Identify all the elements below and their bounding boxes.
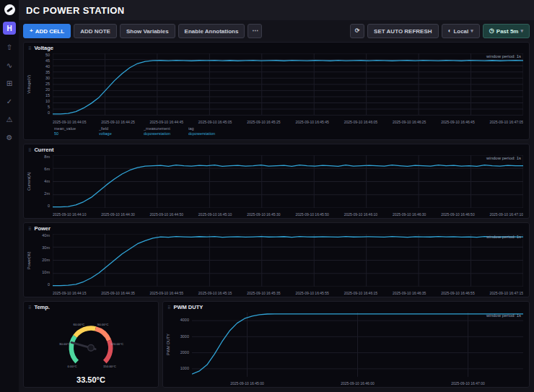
x-axis-ticks: 2025-09-10 16:44:152025-09-10 16:44:3520… [53, 287, 523, 295]
load-data-icon[interactable]: ⇧ [3, 41, 16, 53]
window-period-label: window period: 1s [486, 54, 521, 58]
left-nav-sidebar: H ⇧ ∿ ⊞ ✓ ⚠ ⚙ [0, 0, 19, 392]
alerts-icon[interactable]: ⚠ [3, 113, 16, 125]
svg-text:90.00°C: 90.00°C [97, 322, 109, 326]
y-tick-label: 35 [45, 71, 50, 75]
x-tick-label: 2025-09-10 16:45:55 [295, 291, 328, 295]
show-variables-label: Show Variables [126, 28, 169, 35]
window-period-label: window period: 1s [486, 156, 521, 160]
x-tick-label: 2025-09-10 16:45:00 [230, 381, 263, 386]
y-axis-label: Power(W) [25, 234, 32, 287]
cell-handle-icon[interactable]: ⠿ [28, 45, 31, 51]
enable-annotations-toggle[interactable]: Enable Annotations [178, 24, 245, 38]
y-tick-label: 50 [45, 53, 50, 58]
gauge-value: 33.50°C [76, 375, 105, 384]
line-chart-svg [192, 313, 523, 377]
x-tick-label: 2025-09-10 16:46:45 [441, 120, 474, 124]
timezone-dropdown[interactable]: ◐ Local ▾ [442, 24, 480, 38]
cell-header: ⠿ Power [24, 223, 529, 232]
x-tick-label: 2025-09-10 16:47:05 [490, 120, 523, 124]
refresh-icon: ⟳ [355, 28, 360, 34]
window-period-label: window period: 1s [486, 235, 521, 239]
x-tick-label: 2025-09-10 16:44:50 [150, 212, 183, 217]
legend-series-row: 50voltagedcpowerstationdcpowerstation [54, 131, 525, 137]
chart-plot-area[interactable]: window period: 1s [53, 53, 523, 116]
main-area: DC POWER STATION + ADD CELL ADD NOTE Sho… [19, 0, 534, 392]
y-tick-label: 2m [44, 192, 50, 196]
line-chart-svg [53, 234, 523, 287]
show-variables-toggle[interactable]: Show Variables [120, 24, 175, 38]
chart-plot-area[interactable]: window period: 1s [53, 155, 523, 208]
x-axis-ticks: 2025-09-10 16:44:052025-09-10 16:44:2520… [53, 116, 523, 124]
x-tick-label: 2025-09-10 16:47:10 [490, 212, 523, 217]
cell-current: ⠿ Current Current(A) 8m6m4m2m0 window pe… [23, 144, 530, 219]
cell-handle-icon[interactable]: ⠿ [28, 226, 31, 231]
x-tick-label: 2025-09-10 16:46:15 [344, 291, 377, 295]
cell-handle-icon[interactable]: ⠿ [28, 305, 31, 310]
chart-legend: mean_value_field_measurementtag 50voltag… [24, 126, 529, 139]
cell-title: Power [34, 225, 51, 232]
data-explorer-icon[interactable]: ∿ [3, 59, 16, 71]
x-tick-label: 2025-09-10 16:44:05 [53, 120, 86, 124]
settings-icon[interactable]: ⚙ [3, 131, 16, 143]
chevron-down-icon: ▾ [520, 28, 523, 34]
line-chart-svg [53, 155, 523, 208]
y-tick-label: 15 [45, 94, 50, 98]
x-tick-label: 2025-09-10 16:44:15 [53, 291, 86, 295]
globe-icon: ◐ [448, 28, 452, 34]
y-tick-label: 0 [48, 283, 50, 287]
y-tick-label: 6m [44, 167, 50, 172]
x-tick-label: 2025-09-10 16:45:45 [295, 120, 328, 124]
y-tick-label: 8m [44, 155, 50, 160]
cell-handle-icon[interactable]: ⠿ [28, 147, 31, 152]
x-tick-label: 2025-09-10 16:45:10 [198, 212, 232, 217]
x-tick-label: 2025-09-10 16:45:35 [247, 291, 280, 295]
legend-header-row: mean_value_field_measurementtag [54, 126, 525, 132]
y-tick-label: 45 [45, 59, 50, 64]
time-range-selected-label: Past 5m [496, 28, 519, 35]
add-note-button[interactable]: ADD NOTE [74, 24, 117, 38]
timezone-selected-label: Local [453, 28, 468, 35]
cell-title: PWM DUTY [173, 304, 203, 310]
tasks-icon[interactable]: ✓ [3, 95, 16, 107]
cell-handle-icon[interactable]: ⠿ [167, 305, 170, 310]
y-tick-label: 10m [42, 271, 50, 275]
x-tick-label: 2025-09-10 16:44:25 [101, 120, 134, 124]
more-icon: ⋯ [252, 28, 258, 34]
x-tick-label: 2025-09-10 16:44:30 [101, 212, 134, 217]
svg-text:120.00°C: 120.00°C [110, 341, 123, 345]
x-tick-label: 2025-09-10 16:45:50 [295, 212, 328, 217]
refresh-button[interactable]: ⟳ [350, 24, 364, 38]
y-tick-label: 2000 [180, 351, 189, 355]
add-cell-button[interactable]: + ADD CELL [23, 24, 71, 38]
more-options-button[interactable]: ⋯ [248, 24, 262, 38]
chart-plot-area[interactable]: window period: 1s [53, 234, 523, 287]
x-tick-label: 2025-09-10 16:45:25 [247, 120, 280, 124]
x-tick-label: 2025-09-10 16:46:30 [393, 212, 426, 217]
y-tick-label: 30 [45, 77, 50, 81]
time-range-dropdown[interactable]: ◷ Past 5m ▾ [483, 24, 530, 38]
x-tick-label: 2025-09-10 16:46:05 [344, 120, 377, 124]
set-auto-refresh-button[interactable]: SET AUTO REFRESH [367, 24, 438, 38]
page-title: DC POWER STATION [26, 5, 125, 16]
clock-icon: ◷ [489, 28, 494, 34]
x-tick-label: 2025-09-10 16:44:45 [150, 120, 183, 124]
y-tick-label: 25 [45, 82, 50, 87]
x-tick-label: 2025-09-10 16:46:35 [393, 291, 426, 295]
org-avatar[interactable]: H [3, 22, 16, 35]
influxdb-logo-icon[interactable] [4, 4, 15, 15]
pwm-duty-chart: PWM DUTY 4000300020001000 window period:… [163, 311, 529, 387]
y-axis-label: PWM DUTY [165, 313, 172, 377]
cell-header: ⠿ Temp. [24, 302, 158, 311]
dashboards-icon[interactable]: ⊞ [3, 77, 16, 89]
x-tick-label: 2025-09-10 16:44:35 [101, 291, 134, 295]
y-tick-label: 10 [45, 100, 50, 104]
cell-title: Voltage [34, 45, 53, 51]
cell-temp: ⠿ Temp. 0.00°C30.00°C60.00°C90.00°C120.0… [23, 301, 159, 388]
x-tick-label: 2025-09-10 16:46:10 [344, 212, 377, 217]
window-period-label: window period: 1s [486, 313, 521, 318]
x-tick-label: 2025-09-10 16:45:30 [247, 212, 280, 217]
dashboard-cells: ⠿ Voltage Voltage(V) 5045403530252015105… [19, 42, 534, 392]
chart-plot-area[interactable]: window period: 1s [192, 313, 523, 377]
cell-header: ⠿ PWM DUTY [163, 302, 529, 311]
